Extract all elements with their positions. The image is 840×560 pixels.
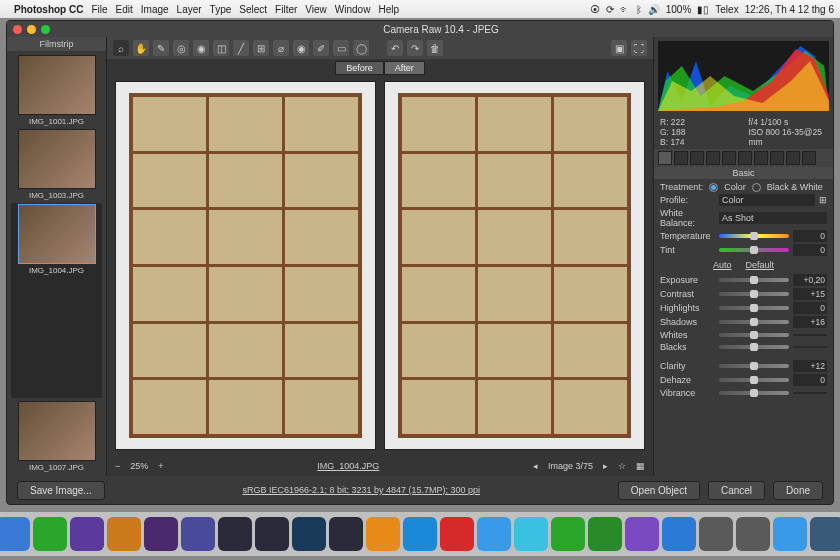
app-name[interactable]: Photoshop CC	[14, 4, 83, 15]
eyedropper-icon[interactable]: ✎	[153, 40, 169, 56]
basic-tab-icon[interactable]	[658, 151, 672, 165]
presets-tab-icon[interactable]	[786, 151, 800, 165]
dock-app-11[interactable]	[329, 517, 363, 551]
zoom-in-icon[interactable]: +	[158, 461, 163, 471]
cancel-button[interactable]: Cancel	[708, 481, 765, 500]
close-icon[interactable]	[13, 25, 22, 34]
split-tab-icon[interactable]	[722, 151, 736, 165]
preview-toggle-icon[interactable]: ▣	[611, 40, 627, 56]
dock-app-24[interactable]	[810, 517, 840, 551]
input-source[interactable]: Telex	[715, 4, 738, 15]
next-image-icon[interactable]: ▸	[603, 461, 608, 471]
shadows-slider[interactable]	[719, 320, 789, 324]
dock-app-2[interactable]	[0, 517, 30, 551]
wifi-icon[interactable]: ᯤ	[620, 4, 630, 15]
view-mode-icon[interactable]: ▦	[636, 461, 645, 471]
dock-app-7[interactable]	[181, 517, 215, 551]
vibrance-slider[interactable]	[719, 391, 789, 395]
fx-tab-icon[interactable]	[754, 151, 768, 165]
battery-status[interactable]: 100%	[666, 4, 692, 15]
open-object-button[interactable]: Open Object	[618, 481, 700, 500]
lens-tab-icon[interactable]	[738, 151, 752, 165]
redeye-icon[interactable]: ◉	[293, 40, 309, 56]
zoom-tool-icon[interactable]: ⌕	[113, 40, 129, 56]
dock-app-14[interactable]	[440, 517, 474, 551]
minimize-icon[interactable]	[27, 25, 36, 34]
graduated-filter-icon[interactable]: ▭	[333, 40, 349, 56]
treatment-color-radio[interactable]	[709, 183, 718, 192]
volume-icon[interactable]: 🔊	[648, 4, 660, 15]
whites-slider[interactable]	[719, 333, 789, 337]
fullscreen-icon[interactable]: ⛶	[631, 40, 647, 56]
treatment-bw-radio[interactable]	[752, 183, 761, 192]
adjustment-brush-icon[interactable]: ✐	[313, 40, 329, 56]
prev-image-icon[interactable]: ◂	[533, 461, 538, 471]
menu-layer[interactable]: Layer	[177, 4, 202, 15]
dock-app-15[interactable]	[477, 517, 511, 551]
dock-app-5[interactable]	[107, 517, 141, 551]
mark-delete-icon[interactable]: 🗑	[427, 40, 443, 56]
dock-app-4[interactable]	[70, 517, 104, 551]
before-preview[interactable]	[115, 81, 376, 450]
dock-app-17[interactable]	[551, 517, 585, 551]
dock-app-18[interactable]	[588, 517, 622, 551]
dock-app-9[interactable]	[255, 517, 289, 551]
rotate-left-icon[interactable]: ↶	[387, 40, 403, 56]
dock-app-6[interactable]	[144, 517, 178, 551]
menu-filter[interactable]: Filter	[275, 4, 297, 15]
dock-app-8[interactable]	[218, 517, 252, 551]
radial-filter-icon[interactable]: ◯	[353, 40, 369, 56]
temperature-slider[interactable]	[719, 234, 789, 238]
curve-tab-icon[interactable]	[674, 151, 688, 165]
menu-file[interactable]: File	[91, 4, 107, 15]
thumbnail[interactable]: IMG_1001.JPG	[11, 55, 102, 126]
dock-app-21[interactable]	[699, 517, 733, 551]
thumbnail-selected[interactable]: IMG_1004.JPG	[11, 203, 102, 398]
menu-image[interactable]: Image	[141, 4, 169, 15]
menu-type[interactable]: Type	[210, 4, 232, 15]
rotate-right-icon[interactable]: ↷	[407, 40, 423, 56]
color-sampler-icon[interactable]: ◎	[173, 40, 189, 56]
dock-app-22[interactable]	[736, 517, 770, 551]
before-tab[interactable]: Before	[335, 61, 384, 75]
detail-tab-icon[interactable]	[690, 151, 704, 165]
default-link[interactable]: Default	[745, 260, 774, 270]
spot-removal-icon[interactable]: ⌀	[273, 40, 289, 56]
white-balance-select[interactable]: As Shot	[719, 212, 827, 224]
zoom-out-icon[interactable]: −	[115, 461, 120, 471]
done-button[interactable]: Done	[773, 481, 823, 500]
straighten-icon[interactable]: ╱	[233, 40, 249, 56]
hand-tool-icon[interactable]: ✋	[133, 40, 149, 56]
dock-app-19[interactable]	[625, 517, 659, 551]
temperature-value[interactable]: 0	[793, 230, 827, 242]
bluetooth-icon[interactable]: ᛒ	[636, 4, 642, 15]
thumbnail[interactable]: IMG_1003.JPG	[11, 129, 102, 200]
highlights-slider[interactable]	[719, 306, 789, 310]
rating-icon[interactable]: ☆	[618, 461, 626, 471]
menu-window[interactable]: Window	[335, 4, 371, 15]
clock[interactable]: 12:26, Th 4 12 thg 6	[745, 4, 834, 15]
hsl-tab-icon[interactable]	[706, 151, 720, 165]
exposure-slider[interactable]	[719, 278, 789, 282]
histogram[interactable]	[658, 41, 829, 111]
maximize-icon[interactable]	[41, 25, 50, 34]
menu-edit[interactable]: Edit	[116, 4, 133, 15]
clarity-slider[interactable]	[719, 364, 789, 368]
save-image-button[interactable]: Save Image...	[17, 481, 105, 500]
crop-tool-icon[interactable]: ◫	[213, 40, 229, 56]
workflow-info[interactable]: sRGB IEC61966-2.1; 8 bit; 3231 by 4847 (…	[113, 485, 610, 495]
calibration-tab-icon[interactable]	[770, 151, 784, 165]
after-preview[interactable]	[384, 81, 645, 450]
snapshots-tab-icon[interactable]	[802, 151, 816, 165]
dock-app-12[interactable]	[366, 517, 400, 551]
profile-select[interactable]: Color	[719, 194, 815, 206]
thumbnail[interactable]: IMG_1007.JPG	[11, 401, 102, 472]
dock-app-16[interactable]	[514, 517, 548, 551]
tint-slider[interactable]	[719, 248, 789, 252]
transform-icon[interactable]: ⊞	[253, 40, 269, 56]
menu-select[interactable]: Select	[239, 4, 267, 15]
dock-app-20[interactable]	[662, 517, 696, 551]
tint-value[interactable]: 0	[793, 244, 827, 256]
target-adjust-icon[interactable]: ◉	[193, 40, 209, 56]
menu-help[interactable]: Help	[378, 4, 399, 15]
